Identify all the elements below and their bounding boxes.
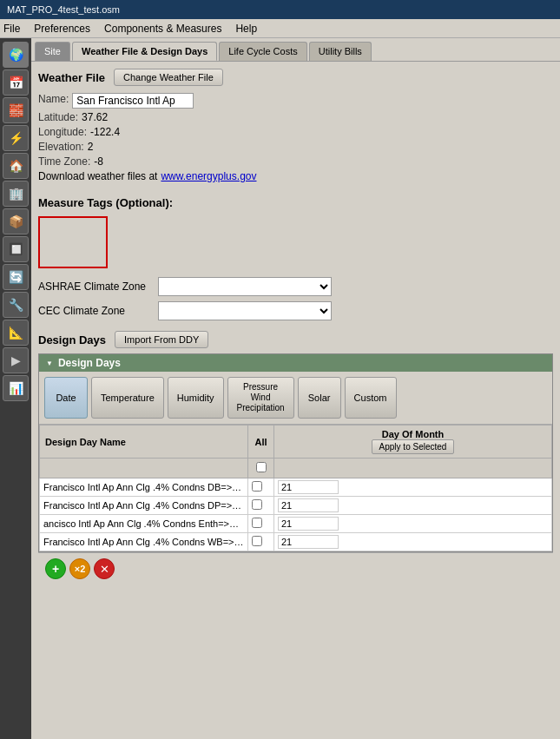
design-days-table: Design Day Name All Day Of Month Apply t… <box>39 425 552 551</box>
sidebar-item-space-types[interactable]: 🏠 <box>3 153 29 179</box>
sidebar-item-loads[interactable]: ⚡ <box>3 125 29 151</box>
elevation-row: Elevation: 2 <box>38 141 553 153</box>
download-row: Download weather files at www.energyplus… <box>38 170 553 182</box>
sidebar-item-schedules[interactable]: 📅 <box>3 69 29 96</box>
menu-components[interactable]: Components & Measures <box>104 23 221 35</box>
longitude-label: Longitude: <box>38 126 87 138</box>
sidebar: 🌍 📅 🧱 ⚡ 🏠 🏢 📦 🔲 🔄 🔧 📐 ▶ 📊 <box>0 38 31 739</box>
ashrae-select[interactable] <box>158 277 332 296</box>
download-text: Download weather files at <box>38 170 157 182</box>
tab-lifecycle[interactable]: Life Cycle Costs <box>219 42 306 61</box>
design-day-month-input-3[interactable] <box>278 535 339 549</box>
col-day-of-month-header: Day Of Month Apply to Selected <box>274 426 552 459</box>
design-day-checkbox-cell[interactable] <box>248 515 274 533</box>
longitude-row: Longitude: -122.4 <box>38 126 553 138</box>
triangle-icon: ▼ <box>46 360 53 367</box>
all-checkbox-th[interactable] <box>248 459 274 478</box>
day-type-date-btn[interactable]: Date <box>44 377 88 419</box>
sidebar-item-site[interactable]: 🌍 <box>3 42 29 68</box>
design-days-label: Design Days <box>38 333 106 346</box>
title-bar: MAT_PRO_4test_test.osm <box>0 0 560 19</box>
longitude-value: -122.4 <box>90 126 120 138</box>
sidebar-item-results[interactable]: 📊 <box>3 375 29 401</box>
weather-file-section-header: Weather File Change Weather File <box>38 69 553 86</box>
cec-select[interactable] <box>158 301 332 320</box>
spacer-th-1 <box>40 459 248 478</box>
title-text: MAT_PRO_4test_test.osm <box>7 4 120 15</box>
change-weather-button[interactable]: Change Weather File <box>114 69 223 86</box>
design-day-checkbox-cell[interactable] <box>248 533 274 551</box>
design-day-checkbox-1[interactable] <box>252 499 262 510</box>
menu-bar: File Preferences Components & Measures H… <box>0 19 560 38</box>
timezone-value: -8 <box>94 155 103 168</box>
table-row: Francisco Intl Ap Ann Clg .4% Condns DP=… <box>40 497 552 515</box>
design-day-checkbox-0[interactable] <box>252 481 262 492</box>
day-type-buttons: Date Temperature Humidity PressureWindPr… <box>39 372 552 425</box>
name-label: Name: <box>38 93 69 109</box>
tabs-row: Site Weather File & Design Days Life Cyc… <box>31 38 560 61</box>
import-ddy-button[interactable]: Import From DDY <box>115 331 208 348</box>
sidebar-item-building[interactable]: 🏢 <box>3 181 29 207</box>
tab-weather[interactable]: Weather File & Design Days <box>72 42 217 61</box>
cec-climate-row: CEC Climate Zone <box>38 301 553 320</box>
tab-utility[interactable]: Utility Bills <box>309 42 372 61</box>
day-type-humidity-btn[interactable]: Humidity <box>168 377 224 419</box>
design-day-month-cell[interactable] <box>274 533 552 551</box>
sidebar-item-measures[interactable]: 📐 <box>3 320 29 346</box>
col-name-header: Design Day Name <box>40 426 248 459</box>
day-type-custom-btn[interactable]: Custom <box>345 377 397 419</box>
energyplus-link[interactable]: www.energyplus.gov <box>161 170 256 182</box>
sidebar-item-spaces[interactable]: 🔲 <box>3 236 29 262</box>
latitude-value: 37.62 <box>82 111 108 123</box>
latitude-label: Latitude: <box>38 111 78 123</box>
day-type-solar-btn[interactable]: Solar <box>298 377 341 419</box>
day-type-pressure-btn[interactable]: PressureWindPrecipitation <box>227 377 294 419</box>
day-of-month-label: Day Of Month <box>280 429 546 439</box>
weather-name-row: Name: <box>38 93 553 109</box>
apply-selected-button[interactable]: Apply to Selected <box>372 439 455 454</box>
sidebar-item-run[interactable]: ▶ <box>3 347 29 373</box>
design-day-month-input-1[interactable] <box>278 498 339 512</box>
select-all-checkbox[interactable] <box>256 462 267 472</box>
cec-label: CEC Climate Zone <box>38 305 151 317</box>
design-day-month-input-0[interactable] <box>278 480 339 494</box>
design-day-checkbox-cell[interactable] <box>248 497 274 515</box>
design-days-header: Design Days Import From DDY <box>38 331 553 348</box>
main-panel: Weather File Change Weather File Name: L… <box>31 61 560 739</box>
col-all-header: All <box>248 426 274 459</box>
design-day-checkbox-2[interactable] <box>252 518 262 528</box>
design-day-checkbox-3[interactable] <box>252 536 262 546</box>
day-type-temperature-btn[interactable]: Temperature <box>91 377 164 419</box>
design-day-checkbox-cell[interactable] <box>248 478 274 497</box>
menu-help[interactable]: Help <box>235 23 257 35</box>
table-row: Francisco Intl Ap Ann Clg .4% Condns DB=… <box>40 478 552 497</box>
design-day-name-cell: ancisco Intl Ap Ann Clg .4% Condns Enth=… <box>40 515 248 533</box>
bottom-toolbar: + ×2 ✕ <box>38 552 553 584</box>
weather-name-input[interactable] <box>72 93 194 109</box>
timezone-row: Time Zone: -8 <box>38 155 553 168</box>
menu-file[interactable]: File <box>3 23 20 35</box>
design-day-month-cell[interactable] <box>274 497 552 515</box>
design-day-month-cell[interactable] <box>274 515 552 533</box>
timezone-label: Time Zone: <box>38 155 90 168</box>
sidebar-item-constructions[interactable]: 🧱 <box>3 97 29 123</box>
copy-button[interactable]: ×2 <box>69 558 90 579</box>
sidebar-item-thermal[interactable]: 🔄 <box>3 264 29 290</box>
tab-site[interactable]: Site <box>35 42 70 61</box>
design-day-name-cell: Francisco Intl Ap Ann Clg .4% Condns WB=… <box>40 533 248 551</box>
elevation-value: 2 <box>88 141 94 153</box>
design-day-name-cell: Francisco Intl Ap Ann Clg .4% Condns DB=… <box>40 478 248 497</box>
measure-tags-box <box>38 216 108 268</box>
design-day-month-input-2[interactable] <box>278 517 339 531</box>
delete-button[interactable]: ✕ <box>94 558 115 579</box>
add-button[interactable]: + <box>45 558 66 579</box>
sidebar-item-hvac[interactable]: 🔧 <box>3 292 29 318</box>
weather-file-label: Weather File <box>38 71 105 84</box>
latitude-row: Latitude: 37.62 <box>38 111 553 123</box>
measure-tags-label: Measure Tags (Optional): <box>38 196 553 209</box>
sidebar-item-facility[interactable]: 📦 <box>3 208 29 234</box>
menu-preferences[interactable]: Preferences <box>34 23 90 35</box>
design-day-month-cell[interactable] <box>274 478 552 497</box>
table-row: Francisco Intl Ap Ann Clg .4% Condns WB=… <box>40 533 552 551</box>
elevation-label: Elevation: <box>38 141 84 153</box>
